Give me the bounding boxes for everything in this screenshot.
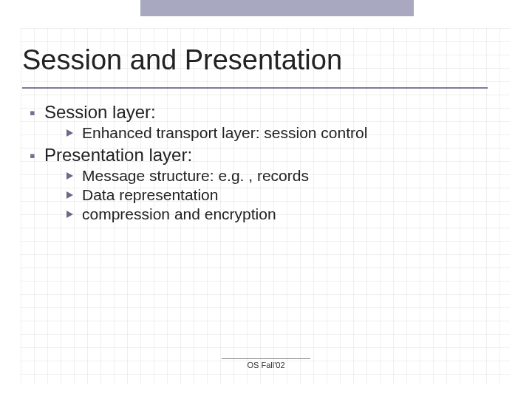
- list-item: ▪ Session layer:: [30, 102, 510, 123]
- square-bullet-icon: ▪: [30, 148, 35, 164]
- list-subitem-label: Data representation: [82, 186, 218, 204]
- list-subitem: compression and encryption: [66, 205, 510, 223]
- triangle-bullet-icon: [66, 129, 73, 137]
- list-item: ▪ Presentation layer:: [30, 145, 510, 166]
- list-subitem-label: compression and encryption: [82, 205, 276, 223]
- list-subitem-label: Message structure: e.g. , records: [82, 167, 309, 185]
- footer-text: OS Fall'02: [0, 361, 532, 369]
- square-bullet-icon: ▪: [30, 105, 35, 121]
- footer-rule: [222, 358, 310, 359]
- triangle-bullet-icon: [66, 191, 73, 199]
- slide-footer: OS Fall'02: [0, 358, 532, 369]
- list-item-label: Presentation layer:: [44, 145, 192, 166]
- top-accent-bar: [140, 0, 414, 16]
- triangle-bullet-icon: [66, 172, 73, 180]
- list-subitem: Message structure: e.g. , records: [66, 167, 510, 185]
- list-subitem-label: Enhanced transport layer: session contro…: [82, 124, 367, 142]
- list-subitem: Data representation: [66, 186, 510, 204]
- slide-content-wrap: ▪ Session layer: Enhanced transport laye…: [22, 44, 510, 377]
- list-item-label: Session layer:: [44, 102, 156, 123]
- triangle-bullet-icon: [66, 211, 73, 218]
- list-subitem: Enhanced transport layer: session contro…: [66, 124, 510, 142]
